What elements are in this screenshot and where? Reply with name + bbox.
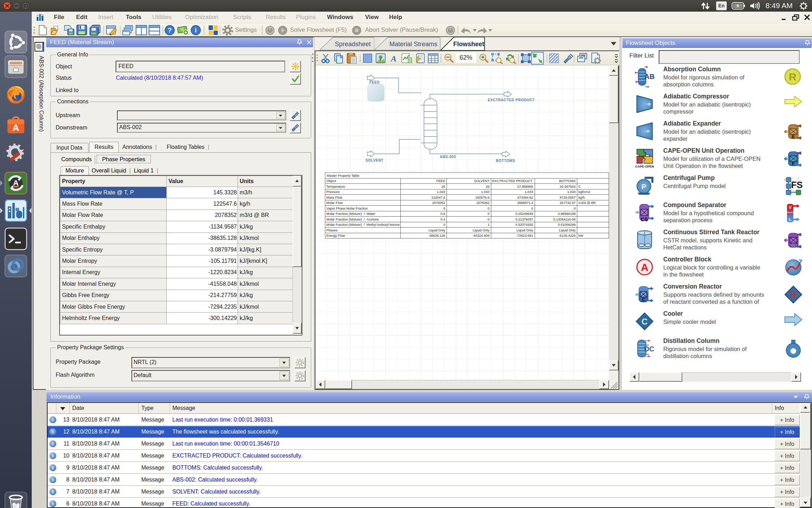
svg-text:V: V (789, 205, 792, 210)
svg-text:A: A (13, 122, 19, 133)
svg-text:F: F (792, 161, 795, 167)
svg-text:H: H (790, 290, 796, 300)
svg-text:BOTTOMS: BOTTOMS (496, 159, 515, 163)
svg-text:Material Streams: Material Streams (389, 41, 437, 48)
svg-text:A: A (390, 54, 396, 63)
svg-text:Spreadsheet: Spreadsheet (335, 41, 371, 48)
svg-text:L: L (789, 217, 792, 222)
svg-text:EXCTRACTED PRODUCT: EXCTRACTED PRODUCT (488, 98, 535, 102)
svg-text:E: E (792, 134, 795, 139)
svg-text:G: G (792, 242, 795, 248)
svg-text:FS: FS (791, 180, 802, 190)
svg-text:i: i (195, 26, 197, 34)
svg-text:A: A (641, 261, 648, 273)
svg-text:P: P (641, 183, 646, 190)
svg-text:?: ? (168, 26, 172, 34)
svg-text:Flowsheet: Flowsheet (453, 41, 484, 48)
svg-text:FEED: FEED (369, 80, 380, 84)
svg-text:CAPE-OPEN: CAPE-OPEN (635, 165, 654, 168)
svg-text:DC: DC (644, 345, 654, 353)
svg-text:SOLVENT: SOLVENT (365, 158, 383, 162)
svg-text:R: R (789, 71, 796, 83)
svg-text:AB: AB (645, 73, 654, 80)
svg-text:ABS-002: ABS-002 (440, 155, 456, 159)
svg-text:C: C (641, 317, 647, 326)
svg-text:CS: CS (641, 216, 648, 222)
svg-text:C: C (642, 297, 645, 302)
